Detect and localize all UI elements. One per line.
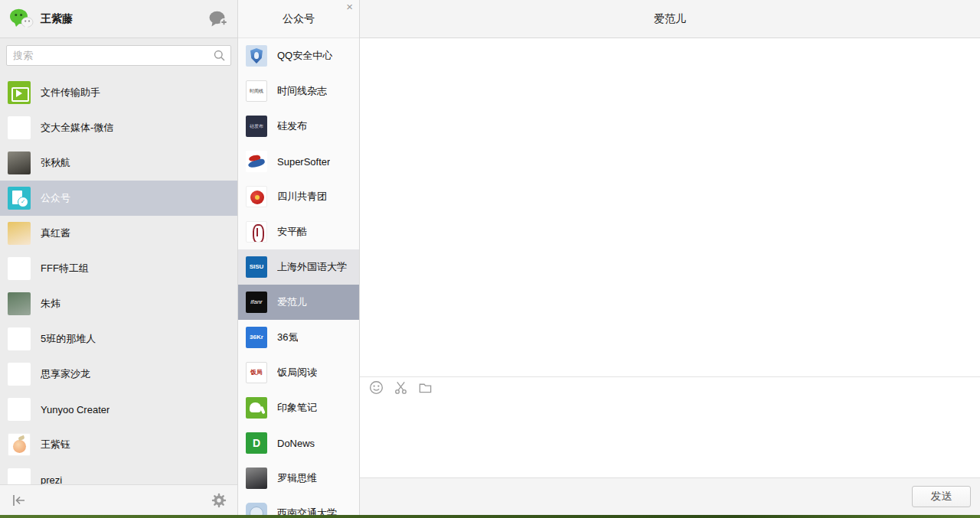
group-collage-avatar <box>8 327 31 350</box>
chat-list-item[interactable]: 交大全媒体-微信 <box>0 110 237 145</box>
chat-list-item[interactable]: FFF特工组 <box>0 251 237 286</box>
timeline-avatar: 时间线 <box>246 80 267 102</box>
chat-list-item-label: 真红酱 <box>41 226 70 240</box>
guifabu-avatar: 硅发布 <box>246 116 267 137</box>
chat-list-item[interactable]: prezi <box>0 462 237 484</box>
search-icon <box>214 50 225 61</box>
official-account-label: 印象笔记 <box>277 401 317 415</box>
chat-list-item[interactable]: 公众号 <box>0 181 237 216</box>
donews-avatar: D <box>246 432 267 454</box>
official-account-item[interactable]: D DoNews <box>238 425 359 461</box>
group-collage-avatar <box>8 363 31 386</box>
official-account-label: 安平酷 <box>277 225 307 239</box>
superman-avatar <box>246 151 267 172</box>
photo-avatar <box>8 292 31 315</box>
send-button[interactable]: 发送 <box>912 486 971 507</box>
official-accounts-panel: 公众号 × QQ安全中心 时间线 时间线杂志 硅发布 硅发布 SuperSoft… <box>237 0 360 515</box>
chat-plus-icon <box>208 10 228 28</box>
official-account-label: 爱范儿 <box>277 295 307 309</box>
official-account-item[interactable]: SuperSofter <box>238 144 359 179</box>
group-collage-avatar <box>8 257 31 280</box>
send-file-button[interactable] <box>418 380 433 395</box>
message-input[interactable] <box>360 398 980 477</box>
chat-list-item[interactable]: 朱炜 <box>0 286 237 321</box>
chat-list-item[interactable]: 文件传输助手 <box>0 75 237 110</box>
emoji-icon <box>369 380 384 395</box>
official-account-label: QQ安全中心 <box>277 49 332 63</box>
official-account-item[interactable]: QQ安全中心 <box>238 38 359 73</box>
folder-icon <box>418 380 433 395</box>
chat-list-item[interactable]: 5班的那堆人 <box>0 321 237 357</box>
chat-header: 爱范儿 <box>360 0 980 38</box>
chat-list-item-label: 王紫钰 <box>41 438 70 451</box>
photo-avatar <box>8 151 31 174</box>
sidebar-footer <box>0 484 237 515</box>
chat-list-item-label: Yunyoo Creater <box>41 404 109 415</box>
fanju-avatar: 饭局 <box>246 362 267 383</box>
official-account-label: 饭局阅读 <box>277 366 317 380</box>
official-account-item[interactable]: 36Kr 36氪 <box>238 320 359 355</box>
chat-list-item[interactable]: Yunyoo Creater <box>0 392 237 427</box>
official-account-item[interactable]: SISU 上海外国语大学 <box>238 249 359 285</box>
chat-list-item[interactable]: 真红酱 <box>0 216 237 251</box>
photo-avatar <box>246 468 267 489</box>
official-account-item[interactable]: 四川共青团 <box>238 179 359 214</box>
panel-title: 公众号 <box>283 12 315 26</box>
sidebar-header: 王紫藤 <box>0 0 237 38</box>
group-collage-avatar <box>8 116 31 139</box>
search-bar <box>0 38 237 73</box>
search-input[interactable] <box>6 45 231 66</box>
chat-list-item-label: 交大全媒体-微信 <box>41 121 113 135</box>
group-collage-avatar <box>8 398 31 421</box>
chat-list-item-label: 公众号 <box>41 191 70 205</box>
user-name: 王紫藤 <box>41 12 208 26</box>
evernote-avatar <box>246 397 267 419</box>
scissors-icon <box>394 380 408 395</box>
screenshot-button[interactable] <box>394 380 408 395</box>
chat-title: 爱范儿 <box>654 12 686 26</box>
settings-button[interactable] <box>211 493 227 508</box>
chat-list-item-label: 文件传输助手 <box>41 86 100 99</box>
chat-list-item[interactable]: 王紫钰 <box>0 427 237 462</box>
peach-avatar <box>8 433 31 456</box>
emoji-button[interactable] <box>369 380 384 395</box>
league-badge-avatar <box>246 186 267 207</box>
official-account-label: SuperSofter <box>277 156 330 168</box>
official-account-item[interactable]: 罗辑思维 <box>238 461 359 496</box>
chat-list-item[interactable]: 思享家沙龙 <box>0 357 237 392</box>
official-account-item[interactable]: ifanr 爱范儿 <box>238 285 359 320</box>
file-transfer-avatar <box>8 81 31 104</box>
desktop-background-strip <box>0 515 980 518</box>
chat-list-item-label: 张秋航 <box>41 156 70 170</box>
wechat-logo-icon <box>9 8 34 31</box>
official-account-label: DoNews <box>277 438 315 449</box>
qq-shield-avatar <box>246 45 267 67</box>
send-row: 发送 <box>360 477 980 515</box>
official-accounts-header: 公众号 × <box>238 0 359 38</box>
official-accounts-avatar <box>8 187 31 210</box>
official-account-label: 罗辑思维 <box>277 471 317 485</box>
anime-avatar <box>8 222 31 245</box>
official-account-item[interactable]: 安平酷 <box>238 214 359 249</box>
chat-list-item[interactable]: 张秋航 <box>0 145 237 181</box>
official-account-label: 四川共青团 <box>277 190 327 204</box>
ifanr-avatar: ifanr <box>246 292 267 313</box>
message-history[interactable] <box>360 38 980 376</box>
gear-icon <box>211 493 227 508</box>
wechat-window: 王紫藤 文件传输助手 <box>0 0 980 515</box>
official-account-item[interactable]: 硅发布 硅发布 <box>238 109 359 144</box>
kr36-avatar: 36Kr <box>246 327 267 348</box>
official-account-item[interactable]: 西南交通大学 <box>238 496 359 515</box>
collapse-button[interactable] <box>11 493 28 508</box>
close-icon[interactable]: × <box>343 0 356 14</box>
official-account-item[interactable]: 饭局 饭局阅读 <box>238 355 359 390</box>
chat-list-item-label: 思享家沙龙 <box>41 367 90 381</box>
chat-list: 文件传输助手 交大全媒体-微信 张秋航 公众号 真红酱 FFF特工组 朱炜 5班… <box>0 70 237 484</box>
chat-panel: 爱范儿 <box>360 0 980 515</box>
wechat-app: 王紫藤 文件传输助手 <box>0 0 980 518</box>
official-account-item[interactable]: 印象笔记 <box>238 390 359 425</box>
official-account-item[interactable]: 时间线 时间线杂志 <box>238 73 359 109</box>
collapse-left-icon <box>11 493 28 508</box>
official-account-label: 上海外国语大学 <box>277 260 347 274</box>
new-chat-button[interactable] <box>208 10 228 28</box>
